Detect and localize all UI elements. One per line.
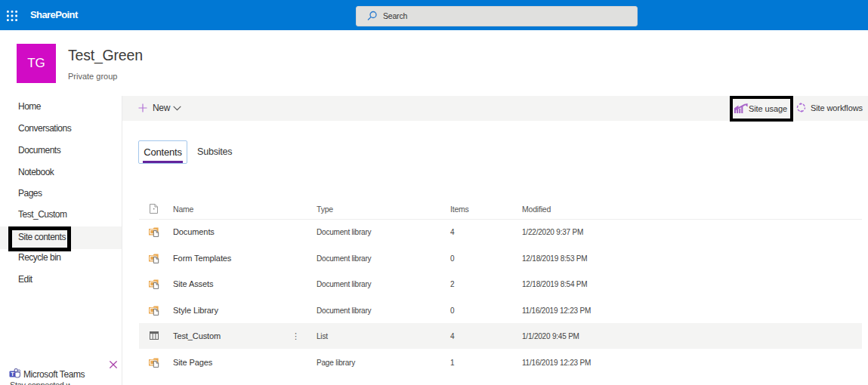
svg-text:T: T xyxy=(11,371,14,377)
